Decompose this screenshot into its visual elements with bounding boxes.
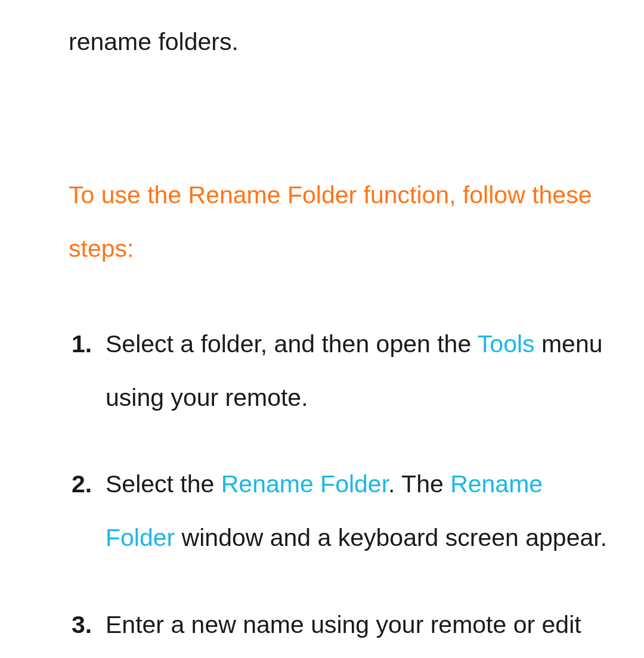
step-2-text-part2: . The (388, 470, 450, 498)
step-2: Select the Rename Folder. The Rename Fol… (69, 457, 608, 564)
step-2-text-part1: Select the (106, 470, 221, 498)
step-3: Enter a new name using your remote or ed… (69, 598, 608, 658)
step-1-text-part1: Select a folder, and then open the (106, 330, 478, 358)
step-3-text: Enter a new name using your remote or ed… (106, 611, 581, 658)
step-2-text-part3: window and a keyboard screen appear. (175, 524, 607, 551)
tools-link-text: Tools (478, 330, 535, 358)
rename-folder-link-text-1: Rename Folder (221, 470, 388, 498)
section-heading: To use the Rename Folder function, follo… (69, 168, 608, 275)
steps-list: Select a folder, and then open the Tools… (69, 317, 608, 658)
intro-text-fragment: rename folders. (69, 24, 608, 61)
step-1: Select a folder, and then open the Tools… (69, 317, 608, 424)
